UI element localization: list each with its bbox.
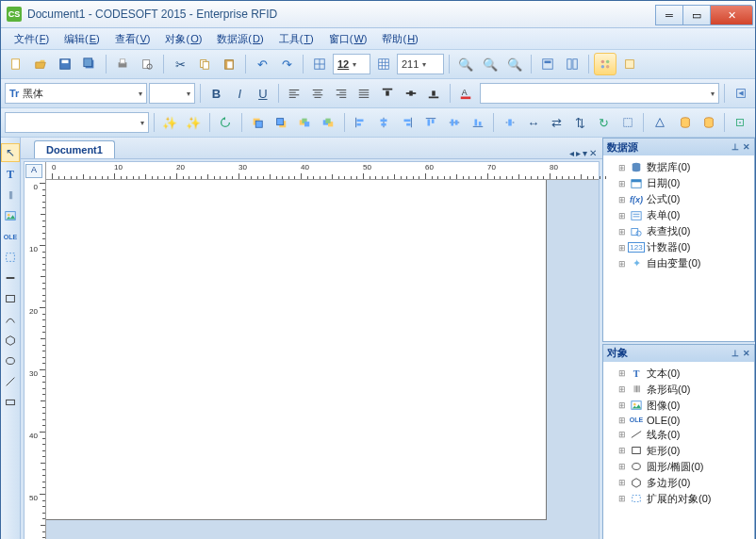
shape-tool[interactable] <box>2 311 19 328</box>
db2-button[interactable] <box>698 111 719 134</box>
zoom-fit-button[interactable]: 🔍 <box>503 53 526 75</box>
menu-f[interactable]: 文件(F) <box>7 30 57 48</box>
send-back-button[interactable] <box>247 111 269 134</box>
valign-mid-button[interactable] <box>400 82 421 105</box>
plugin-tool[interactable] <box>2 249 19 266</box>
fontsize2-combo[interactable]: ▾ <box>149 83 195 104</box>
save-button[interactable] <box>54 53 76 75</box>
tree-item[interactable]: ⊞123计数器(0) <box>605 239 752 255</box>
tree-item[interactable]: ⊞圆形/椭圆(0) <box>605 459 752 475</box>
new-button[interactable] <box>5 53 27 75</box>
panel-toggle-button[interactable] <box>594 53 616 75</box>
align-m-button[interactable] <box>443 111 465 134</box>
tree-item[interactable]: ⊞f(x)公式(0) <box>605 191 752 207</box>
zoom-combo[interactable]: 211▾ <box>397 54 444 74</box>
align-justify-button[interactable] <box>353 82 375 105</box>
wizard2-button[interactable]: ✨ <box>183 111 205 134</box>
font-color-button[interactable]: A <box>455 82 477 105</box>
polygon-tool[interactable] <box>2 332 19 349</box>
redo-button[interactable]: ↷ <box>275 53 298 75</box>
rfid-button[interactable] <box>730 111 751 134</box>
align-left-button[interactable] <box>284 82 305 105</box>
image-tool[interactable] <box>2 207 19 224</box>
pointer-tool[interactable]: ↖ <box>1 143 20 162</box>
menu-h[interactable]: 帮助(H) <box>374 30 425 48</box>
ruler-unit-button[interactable]: A <box>25 164 42 178</box>
valign-bot-button[interactable] <box>423 82 445 105</box>
pin-icon[interactable]: ⊥ <box>731 349 739 358</box>
tree-item[interactable]: ⊞扩展的对象(0) <box>605 491 752 507</box>
panel-close-icon[interactable]: ✕ <box>743 349 750 358</box>
dist-h-button[interactable] <box>499 111 520 134</box>
group-button[interactable] <box>616 111 638 134</box>
tree-item[interactable]: ⊞T文本(0) <box>605 366 752 382</box>
underline-button[interactable]: U <box>253 82 274 105</box>
bring-front-button[interactable] <box>271 111 292 134</box>
align-t-button[interactable] <box>419 111 441 134</box>
rect-tool[interactable] <box>2 290 19 307</box>
line-tool[interactable] <box>2 270 19 286</box>
panel-close-icon[interactable]: ✕ <box>743 142 750 152</box>
print-preview-button[interactable] <box>136 53 158 75</box>
line2-tool[interactable] <box>2 373 19 390</box>
font-combo[interactable]: Tr黑体▾ <box>5 83 147 104</box>
pin-icon[interactable]: ⊥ <box>731 142 739 152</box>
tab-menu-icon[interactable]: ▾ <box>583 148 587 158</box>
undo-button[interactable]: ↶ <box>251 53 273 75</box>
object-combo[interactable]: ▾ <box>5 112 149 133</box>
italic-button[interactable]: I <box>229 82 251 105</box>
tree-item[interactable]: ⊞✦自由变量(0) <box>605 255 752 271</box>
align-right-button[interactable] <box>330 82 352 105</box>
zoom-out-button[interactable]: 🔍 <box>479 53 501 75</box>
tree-item[interactable]: ⊞多边形(0) <box>605 475 752 491</box>
ellipse-tool[interactable] <box>2 352 19 369</box>
align-b-button[interactable] <box>467 111 488 134</box>
tab-first-icon[interactable]: ◂ <box>569 148 574 158</box>
text-tool[interactable]: T <box>2 166 19 183</box>
zoom-in-button[interactable]: 🔍 <box>454 53 477 75</box>
anchor-button[interactable] <box>649 111 670 134</box>
flip-h-button[interactable]: ⇄ <box>546 111 567 134</box>
minimize-button[interactable]: ═ <box>655 5 683 25</box>
rotate-button[interactable]: ↻ <box>593 111 615 134</box>
wizard1-button[interactable]: ✨ <box>159 111 181 134</box>
dist-v-button[interactable]: ↔ <box>522 111 544 134</box>
print-button[interactable] <box>111 53 134 75</box>
style-tool-button[interactable] <box>730 82 751 105</box>
align-r-button[interactable] <box>397 111 419 134</box>
doc-tab[interactable]: Document1 <box>34 140 115 158</box>
table-button[interactable] <box>372 53 395 75</box>
menu-d[interactable]: 数据源(D) <box>209 30 271 48</box>
close-button[interactable]: ✕ <box>710 5 753 25</box>
menu-v[interactable]: 查看(V) <box>107 30 158 48</box>
tree-item[interactable]: ⊞表查找(0) <box>605 223 752 239</box>
tab-prev-icon[interactable]: ▸ <box>576 148 581 158</box>
tree-item[interactable]: ⊞OLEOLE(0) <box>605 414 752 427</box>
tree-item[interactable]: ⊞线条(0) <box>605 427 752 443</box>
align-center-button[interactable] <box>307 82 329 105</box>
flip-v-button[interactable]: ⇅ <box>569 111 591 134</box>
barcode-tool[interactable]: ⦀ <box>2 187 19 204</box>
tree-item[interactable]: ⊞表单(0) <box>605 207 752 223</box>
back-one-button[interactable] <box>294 111 316 134</box>
tree-item[interactable]: ⊞数据库(0) <box>605 159 752 175</box>
save-all-button[interactable] <box>78 53 101 75</box>
layout2-button[interactable] <box>561 53 583 75</box>
copy-button[interactable] <box>193 53 216 75</box>
tree-item[interactable]: ⊞⦀⦀条形码(0) <box>605 382 752 398</box>
menu-o[interactable]: 对象(O) <box>157 30 209 48</box>
bold-button[interactable]: B <box>205 82 227 105</box>
menu-w[interactable]: 窗口(W) <box>321 30 375 48</box>
db-button[interactable] <box>674 111 696 134</box>
tab-close-icon[interactable]: ✕ <box>589 148 597 158</box>
tree-item[interactable]: ⊞日期(0) <box>605 175 752 191</box>
tree-item[interactable]: ⊞矩形(0) <box>605 443 752 459</box>
rect2-tool[interactable] <box>2 394 19 411</box>
rotate-left-button[interactable] <box>215 111 237 134</box>
align-c-button[interactable] <box>373 111 395 134</box>
align-l-button[interactable] <box>350 111 371 134</box>
panel-toggle2-button[interactable] <box>618 53 641 75</box>
grid-button[interactable] <box>308 53 331 75</box>
front-one-button[interactable] <box>318 111 339 134</box>
valign-top-button[interactable] <box>377 82 399 105</box>
